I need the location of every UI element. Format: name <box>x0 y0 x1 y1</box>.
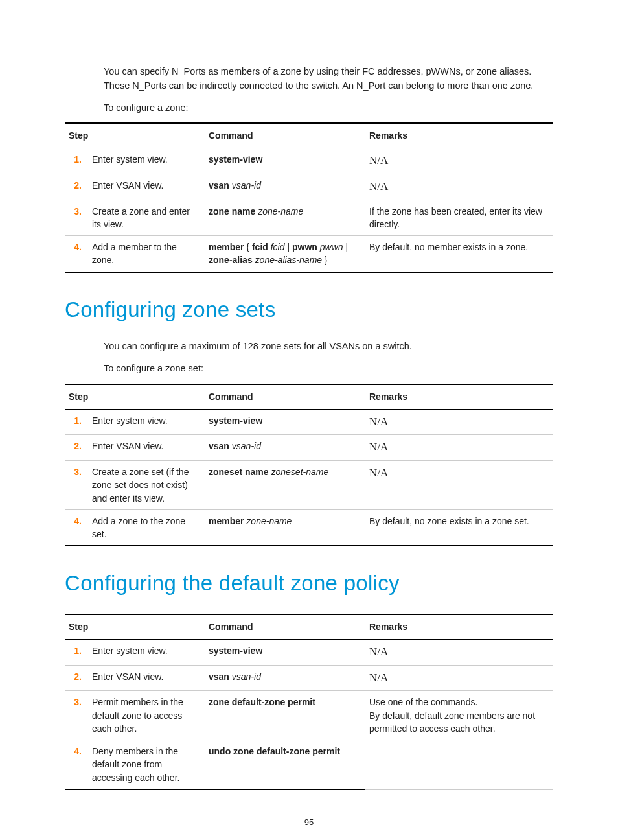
step-desc: Enter VSAN view. <box>88 435 205 461</box>
table-row: 4.Add a zone to the zone set.member zone… <box>65 509 553 546</box>
command-cell: zoneset name zoneset-name <box>205 461 365 510</box>
command-cell: zone default-zone permit <box>205 691 365 740</box>
remarks-cell: By default, no zone exists in a zone set… <box>365 509 553 546</box>
table-row: 2.Enter VSAN view.vsan vsan-idN/A <box>65 435 553 461</box>
step-number: 2. <box>65 435 88 461</box>
step-desc: Add a zone to the zone set. <box>88 509 205 546</box>
step-desc: Create a zone and enter its view. <box>88 200 205 236</box>
remarks-cell: By default, no member exists in a zone. <box>365 236 553 272</box>
command-cell: vsan vsan-id <box>205 174 365 200</box>
intro-paragraph: You can specify N_Ports as members of a … <box>104 65 553 93</box>
lead-in: To configure a zone: <box>104 101 553 115</box>
table-row: 4.Add a member to the zone.member { fcid… <box>65 236 553 272</box>
table-row: 3.Create a zone set (if the zone set doe… <box>65 461 553 510</box>
command-cell: vsan vsan-id <box>205 435 365 461</box>
heading-default-zone-policy: Configuring the default zone policy <box>65 567 553 600</box>
command-cell: undo zone default-zone permit <box>205 740 365 789</box>
table-configure-zone: Step Command Remarks 1.Enter system view… <box>65 122 553 272</box>
step-number: 1. <box>65 409 88 435</box>
step-number: 2. <box>65 174 88 200</box>
th-command: Command <box>205 123 365 148</box>
th-step: Step <box>65 614 205 640</box>
step-number: 4. <box>65 509 88 546</box>
page-number: 95 <box>65 816 553 829</box>
remarks-cell: N/A <box>365 665 553 691</box>
remarks-cell: N/A <box>365 148 553 174</box>
command-cell: member { fcid fcid | pwwn pwwn | zone-al… <box>205 236 365 272</box>
th-step: Step <box>65 123 205 148</box>
command-cell: system-view <box>205 409 365 435</box>
table-row: 2.Enter VSAN view.vsan vsan-idN/A <box>65 665 553 691</box>
zone-sets-leadin: To configure a zone set: <box>104 362 553 376</box>
step-number: 1. <box>65 639 88 665</box>
th-remarks: Remarks <box>365 123 553 148</box>
step-desc: Enter VSAN view. <box>88 665 205 691</box>
remarks-cell: N/A <box>365 409 553 435</box>
remarks-cell: N/A <box>365 461 553 510</box>
command-cell: member zone-name <box>205 509 365 546</box>
remarks-cell: N/A <box>365 174 553 200</box>
remarks-cell: If the zone has been created, enter its … <box>365 200 553 236</box>
step-number: 3. <box>65 200 88 236</box>
step-number: 3. <box>65 691 88 740</box>
step-desc: Enter system view. <box>88 409 205 435</box>
table-row: 3.Create a zone and enter its view.zone … <box>65 200 553 236</box>
step-desc: Enter VSAN view. <box>88 174 205 200</box>
step-desc: Enter system view. <box>88 639 205 665</box>
th-command: Command <box>205 614 365 640</box>
th-remarks: Remarks <box>365 384 553 410</box>
table-row: 3.Permit members in the default zone to … <box>65 691 553 740</box>
command-cell: vsan vsan-id <box>205 665 365 691</box>
step-desc: Permit members in the default zone to ac… <box>88 691 205 740</box>
remarks-cell: N/A <box>365 435 553 461</box>
th-step: Step <box>65 384 205 410</box>
step-number: 1. <box>65 148 88 174</box>
command-cell: system-view <box>205 639 365 665</box>
remarks-cell: N/A <box>365 639 553 665</box>
remarks-cell: Use one of the commands.By default, defa… <box>365 691 553 789</box>
step-number: 2. <box>65 665 88 691</box>
step-desc: Enter system view. <box>88 148 205 174</box>
step-desc: Add a member to the zone. <box>88 236 205 272</box>
step-number: 4. <box>65 740 88 789</box>
table-row: 2.Enter VSAN view.vsan vsan-idN/A <box>65 174 553 200</box>
step-desc: Create a zone set (if the zone set does … <box>88 461 205 510</box>
table-row: 1.Enter system view.system-viewN/A <box>65 148 553 174</box>
table-configure-zone-set: Step Command Remarks 1.Enter system view… <box>65 384 553 547</box>
step-desc: Deny members in the default zone from ac… <box>88 740 205 789</box>
step-number: 3. <box>65 461 88 510</box>
zone-sets-desc: You can configure a maximum of 128 zone … <box>104 340 553 354</box>
command-cell: system-view <box>205 148 365 174</box>
heading-zone-sets: Configuring zone sets <box>65 294 553 326</box>
table-default-zone-policy: Step Command Remarks 1.Enter system view… <box>65 614 553 790</box>
step-number: 4. <box>65 236 88 272</box>
th-command: Command <box>205 384 365 410</box>
th-remarks: Remarks <box>365 614 553 640</box>
command-cell: zone name zone-name <box>205 200 365 236</box>
table-row: 1.Enter system view.system-viewN/A <box>65 409 553 435</box>
table-row: 1.Enter system view.system-viewN/A <box>65 639 553 665</box>
